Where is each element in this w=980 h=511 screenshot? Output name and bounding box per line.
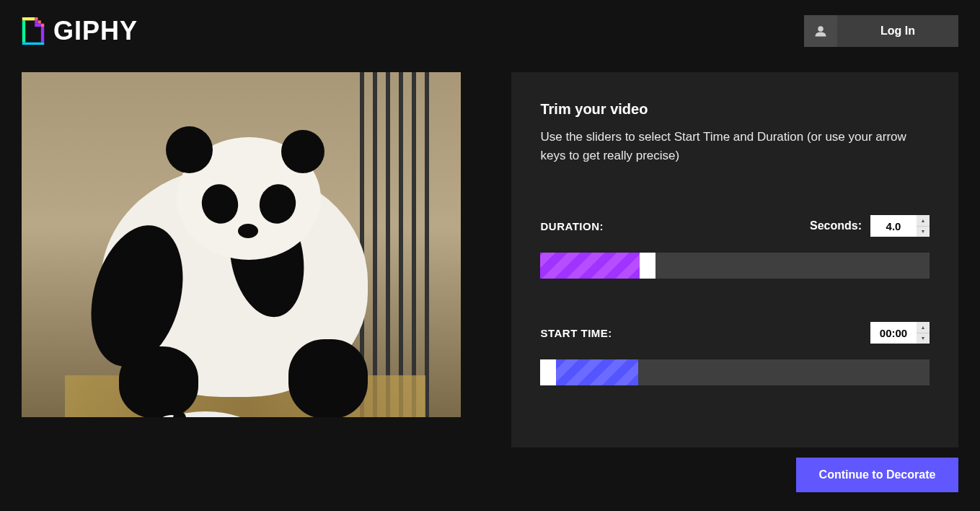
login-button[interactable]: Log In — [837, 15, 958, 47]
starttime-label: START TIME: — [540, 327, 612, 339]
main-content: Trim your video Use the sliders to selec… — [0, 61, 980, 447]
svg-rect-4 — [35, 17, 37, 20]
brand-text: GIPHY — [53, 16, 138, 46]
starttime-row: START TIME: 00:00 ▲ ▼ — [540, 322, 930, 344]
starttime-fill — [556, 359, 637, 385]
svg-rect-3 — [22, 17, 35, 20]
svg-rect-0 — [22, 20, 25, 42]
starttime-slider[interactable] — [540, 359, 930, 385]
seconds-label: Seconds: — [810, 219, 862, 232]
duration-row: DURATION: Seconds: 4.0 ▲ ▼ — [540, 215, 930, 237]
svg-rect-1 — [41, 25, 44, 42]
login-area: Log In — [804, 15, 958, 47]
starttime-value: 00:00 — [870, 322, 917, 344]
svg-rect-5 — [38, 20, 41, 23]
duration-input[interactable]: 4.0 ▲ ▼ — [870, 215, 930, 237]
starttime-spinner: ▲ ▼ — [917, 322, 930, 344]
continue-button[interactable]: Continue to Decorate — [796, 458, 958, 492]
chevron-down-icon[interactable]: ▼ — [917, 227, 930, 237]
duration-label: DURATION: — [540, 220, 604, 232]
starttime-input[interactable]: 00:00 ▲ ▼ — [870, 322, 930, 344]
user-avatar-button[interactable] — [804, 15, 837, 47]
logo[interactable]: GIPHY — [22, 16, 138, 46]
duration-spinner: ▲ ▼ — [917, 215, 930, 237]
trim-panel: Trim your video Use the sliders to selec… — [511, 72, 958, 447]
svg-rect-2 — [22, 42, 44, 44]
video-preview[interactable] — [22, 72, 461, 417]
user-icon — [814, 25, 827, 38]
chevron-down-icon[interactable]: ▼ — [917, 333, 930, 344]
panel-description: Use the sliders to select Start Time and… — [540, 128, 930, 165]
duration-fill — [540, 253, 640, 279]
chevron-up-icon[interactable]: ▲ — [917, 215, 930, 227]
svg-rect-8 — [35, 23, 41, 26]
svg-rect-6 — [41, 23, 44, 26]
chevron-up-icon[interactable]: ▲ — [917, 322, 930, 333]
panel-title: Trim your video — [540, 101, 930, 118]
svg-point-9 — [818, 26, 824, 32]
starttime-slider-thumb[interactable] — [540, 359, 556, 385]
svg-rect-7 — [35, 20, 37, 23]
giphy-logo-icon — [22, 17, 45, 45]
duration-slider-thumb[interactable] — [640, 253, 655, 279]
duration-value: 4.0 — [870, 215, 917, 237]
duration-slider[interactable] — [540, 253, 930, 279]
app-header: GIPHY Log In — [0, 0, 980, 61]
